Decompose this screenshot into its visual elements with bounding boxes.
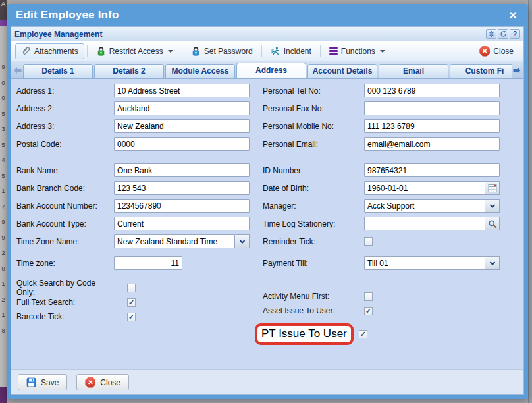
lock-blue-icon: [191, 46, 201, 57]
tab-account-details[interactable]: Account Details: [307, 64, 377, 78]
background-app-strip: A 9 0 0 5 3 5 4 5 1 7 9 9 2 0 1 2 1 8: [0, 0, 7, 403]
edit-employee-info-dialog: Edit Employee Info × Employee Management…: [7, 4, 528, 399]
functions-menu-icon: [329, 47, 338, 55]
personal-fax-no-input[interactable]: [364, 101, 500, 115]
toolbar-separator: [320, 45, 321, 57]
form-row: Reminder Tick:: [263, 232, 516, 250]
address-3-input[interactable]: [114, 119, 250, 133]
combo-chevron-icon[interactable]: [485, 256, 500, 270]
payment-till-combo-input[interactable]: [364, 256, 485, 270]
address-2-input[interactable]: [114, 101, 250, 115]
tab-scroll-left-icon[interactable]: [13, 63, 23, 77]
personal-fax-no-label: Personal Fax No:: [263, 104, 364, 113]
dialog-close-icon[interactable]: ×: [507, 9, 519, 22]
personal-mobile-no-input[interactable]: [364, 119, 500, 133]
manager-combo-input[interactable]: [364, 199, 485, 213]
form-row: Address 1:: [16, 82, 250, 99]
panel-tools: ?: [486, 29, 520, 39]
form-row: Quick Search by Code Only:: [16, 281, 250, 295]
pt-issue-to-user-checkbox[interactable]: ✓: [359, 330, 367, 338]
form-row: Manager:: [263, 197, 516, 215]
refresh-icon[interactable]: [498, 29, 508, 39]
form-right-column: Personal Tel No: Personal Fax No: Person…: [263, 82, 516, 346]
calendar-icon[interactable]: [485, 181, 500, 195]
tab-details-1[interactable]: Details 1: [23, 64, 93, 78]
quick-search-by-code-only-checkbox[interactable]: [127, 284, 136, 292]
quick-search-by-code-only-label: Quick Search by Code Only:: [16, 279, 114, 297]
incident-button[interactable]: Incident: [265, 43, 317, 59]
close-red-icon: ✕: [479, 46, 490, 57]
tab-strip: Details 1 Details 2 Module Access Addres…: [11, 61, 523, 79]
form-row: Bank Account Number:: [16, 197, 250, 215]
bank-name-label: Bank Name:: [16, 166, 114, 175]
tab-address[interactable]: Address: [236, 63, 306, 78]
personal-tel-no-label: Personal Tel No:: [263, 86, 364, 95]
address-2-label: Address 2:: [16, 104, 114, 113]
tab-details-2[interactable]: Details 2: [94, 64, 164, 78]
lock-green-icon: [96, 46, 106, 57]
manager-label: Manager:: [263, 202, 364, 211]
form-row: Activity Menu First:: [263, 289, 516, 304]
time-zone-name-combo-input[interactable]: [114, 234, 235, 248]
footer-close-button[interactable]: ✕ Close: [76, 374, 129, 390]
date-of-birth-input[interactable]: [364, 181, 485, 195]
tab-custom-fields[interactable]: Custom Fi: [450, 64, 512, 78]
bank-account-number-input[interactable]: [114, 199, 250, 213]
personal-tel-no-input[interactable]: [364, 84, 500, 97]
address-1-input[interactable]: [114, 84, 250, 97]
attachments-button[interactable]: Attachments: [15, 43, 84, 59]
form-row: Full Text Search: ✓: [16, 295, 250, 309]
postal-code-input[interactable]: [114, 137, 250, 151]
toolbar-separator: [182, 45, 182, 57]
full-text-search-label: Full Text Search:: [16, 298, 114, 307]
toolbar-close-button[interactable]: ✕ Close: [473, 43, 519, 59]
form-row: Personal Tel No:: [263, 82, 516, 99]
time-zone-number-input[interactable]: [114, 256, 182, 270]
chevron-down-icon: [380, 50, 385, 53]
bank-name-input[interactable]: [114, 163, 250, 177]
activity-menu-first-checkbox[interactable]: [364, 292, 373, 301]
help-icon[interactable]: ?: [510, 29, 520, 39]
full-text-search-checkbox[interactable]: ✓: [127, 298, 136, 307]
id-number-input[interactable]: [364, 163, 500, 177]
combo-chevron-icon[interactable]: [485, 199, 500, 213]
functions-button[interactable]: Functions: [323, 43, 391, 59]
asset-issue-to-user-checkbox[interactable]: ✓: [364, 307, 373, 315]
tab-module-access[interactable]: Module Access: [165, 64, 235, 78]
time-log-stationery-input[interactable]: [364, 217, 485, 230]
personal-email-input[interactable]: [364, 137, 500, 151]
postal-code-label: Postal Code:: [16, 140, 114, 149]
combo-chevron-icon[interactable]: [235, 234, 250, 248]
dialog-title: Edit Employee Info: [16, 9, 119, 22]
gear-icon[interactable]: [486, 29, 496, 39]
barcode-tick-checkbox[interactable]: ✓: [127, 313, 136, 321]
tabs-viewport: Details 1 Details 2 Module Access Addres…: [23, 63, 512, 78]
form-row: Time zone:: [16, 254, 250, 272]
bank-branch-code-label: Bank Branch Code:: [16, 184, 114, 193]
save-floppy-icon: [26, 377, 36, 387]
save-button[interactable]: Save: [18, 374, 67, 390]
form-row: PT Issue To User ✓: [263, 322, 516, 346]
paperclip-icon: [21, 46, 31, 56]
search-icon[interactable]: [485, 217, 500, 230]
form-row: Time Zone Name:: [16, 232, 250, 250]
restrict-access-button[interactable]: Restrict Access: [90, 43, 179, 59]
form-row: ID Number:: [263, 161, 516, 179]
form-row: Postal Code:: [16, 135, 250, 153]
tab-email[interactable]: Email: [379, 64, 448, 78]
background-purple-band: [0, 20, 7, 26]
bank-account-type-input[interactable]: [114, 217, 250, 230]
activity-menu-first-label: Activity Menu First:: [263, 292, 364, 301]
address-1-label: Address 1:: [16, 86, 114, 95]
form-left-column: Address 1: Address 2: Address 3: Postal …: [16, 82, 250, 324]
set-password-button[interactable]: Set Password: [185, 43, 259, 59]
personal-mobile-no-label: Personal Mobile No:: [263, 122, 364, 131]
reminder-tick-checkbox[interactable]: [364, 237, 373, 246]
form-row: Personal Mobile No:: [263, 117, 516, 135]
form-row: Personal Fax No:: [263, 99, 516, 117]
form-row: Time Log Stationery:: [263, 215, 516, 232]
background-row-digits: 9 0 0 5 3 5 4 5 1 7 9 9 2 0 1 2 1 8: [0, 26, 7, 338]
tab-scroll-right-icon[interactable]: [512, 63, 522, 77]
background-purple-band-bottom: [0, 387, 7, 403]
bank-branch-code-input[interactable]: [114, 181, 250, 195]
